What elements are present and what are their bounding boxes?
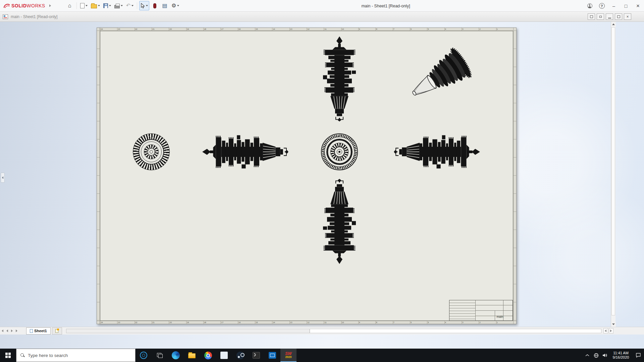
app-titlebar: SOLIDWORKS ⌂	[0, 0, 644, 12]
chevron-up-icon	[585, 354, 589, 357]
feature-manager-flyout-tab[interactable]	[1, 173, 5, 183]
mail-icon	[269, 352, 276, 359]
print-button[interactable]	[113, 1, 124, 10]
next-sheet-button[interactable]	[9, 328, 14, 334]
display-settings-button[interactable]	[150, 1, 159, 10]
vertical-scrollbar[interactable]	[611, 22, 615, 327]
drawing-view-front[interactable]	[133, 133, 170, 170]
tray-overflow-button[interactable]	[583, 349, 592, 362]
window-icon	[599, 16, 602, 18]
open-button[interactable]	[90, 1, 101, 10]
main-toolbar: ⌂ ↶	[65, 1, 181, 10]
task-view-button[interactable]	[152, 349, 168, 362]
new-document-button[interactable]	[79, 1, 89, 10]
cortana-button[interactable]	[136, 349, 152, 362]
arrow-right-icon	[16, 329, 17, 332]
sheet-ruler-bottom: 242322212019181716151413121110987654321	[100, 321, 513, 324]
first-sheet-button[interactable]	[0, 328, 5, 334]
maximize-icon: □	[625, 3, 627, 9]
horizontal-scrollbar-thumb[interactable]	[66, 329, 310, 333]
steam-button[interactable]	[232, 349, 248, 362]
doc-minimize-button[interactable]	[606, 13, 613, 20]
toolbar-separator	[76, 2, 77, 9]
photos-button[interactable]	[216, 349, 232, 362]
ruler-label: 4	[444, 321, 462, 324]
solidworks-taskbar-button[interactable]: SW 2020	[280, 349, 297, 362]
previous-sheet-button[interactable]	[5, 328, 9, 334]
ruler-label: 10	[341, 321, 358, 324]
doc-cascade-button[interactable]	[588, 13, 595, 20]
ruler-label: 21	[152, 321, 169, 324]
maximize-button[interactable]: □	[620, 0, 632, 12]
sheet-format-button[interactable]: ▤	[160, 1, 169, 10]
help-button[interactable]: ?	[596, 0, 608, 12]
home-button[interactable]: ⌂	[65, 1, 74, 10]
drawing-view-bottom[interactable]	[321, 177, 358, 265]
ruler-label: 5	[427, 321, 444, 324]
taskbar-clock[interactable]: 11:41 AM 9/16/2020	[609, 351, 633, 360]
file-explorer-button[interactable]	[184, 349, 200, 362]
drawing-view-rear[interactable]	[321, 133, 358, 170]
terminal-button[interactable]	[248, 349, 264, 362]
titleblock-drawing-name: main	[496, 315, 503, 318]
ruler-label: 15	[255, 28, 272, 31]
doc-restore-button[interactable]	[615, 13, 622, 20]
close-button[interactable]: ×	[632, 0, 644, 12]
ruler-label: 3	[462, 28, 479, 31]
scroll-tabs-right-button[interactable]	[609, 328, 613, 334]
minimize-icon	[608, 18, 611, 18]
search-input[interactable]	[28, 353, 122, 358]
tab-scroll-arrows	[603, 328, 613, 334]
title-block-revision-rows	[449, 300, 476, 320]
scroll-tabs-left-button[interactable]	[603, 328, 608, 334]
doc-tile-button[interactable]	[597, 13, 604, 20]
toolbar-separator	[137, 2, 137, 9]
horizontal-scrollbar[interactable]	[66, 329, 601, 333]
drawing-view-right[interactable]	[392, 133, 481, 171]
network-button[interactable]	[592, 349, 600, 362]
ruler-label: 14	[272, 321, 289, 324]
ruler-label: 8	[375, 28, 392, 31]
minimize-button[interactable]: –	[608, 0, 620, 12]
chevron-down-icon	[146, 5, 148, 6]
drawing-view-left[interactable]	[202, 133, 290, 171]
last-sheet-button[interactable]	[14, 328, 19, 334]
volume-button[interactable]	[600, 349, 609, 362]
graphics-area[interactable]: 242322212019181716151413121110987654321 …	[0, 22, 644, 349]
ruler-label: 23	[117, 321, 134, 324]
ruler-label: 19	[186, 28, 203, 31]
sheet-format-icon: ▤	[162, 3, 167, 8]
title-block-line	[503, 300, 503, 320]
drawing-sheet[interactable]: 242322212019181716151413121110987654321 …	[97, 27, 517, 324]
title-block-line	[476, 305, 513, 305]
new-document-icon	[80, 3, 85, 8]
ruler-label: 22	[135, 28, 152, 31]
scroll-down-button[interactable]	[611, 322, 616, 327]
chrome-button[interactable]	[200, 349, 216, 362]
brand-expand-arrow-icon[interactable]	[49, 4, 51, 7]
tab-sheet1[interactable]: Sheet1	[26, 327, 51, 335]
undo-button[interactable]: ↶	[125, 1, 135, 10]
edge-button[interactable]	[168, 349, 184, 362]
add-sheet-button[interactable]	[52, 327, 62, 335]
options-button[interactable]: ⚙	[170, 1, 180, 10]
ruler-label: 12	[307, 321, 324, 324]
start-button[interactable]	[0, 349, 16, 362]
select-tool-button[interactable]	[139, 1, 149, 10]
ruler-label: 20	[169, 28, 186, 31]
action-center-icon	[636, 353, 641, 358]
ruler-label: 19	[186, 321, 203, 324]
account-button[interactable]	[584, 0, 596, 12]
save-button[interactable]	[102, 1, 112, 10]
file-explorer-icon	[188, 353, 196, 358]
drawing-view-top[interactable]	[321, 35, 358, 123]
mail-button[interactable]	[264, 349, 280, 362]
doc-close-button[interactable]: ×	[624, 13, 631, 20]
vertical-scrollbar-thumb[interactable]	[611, 27, 615, 315]
ruler-label: 8	[375, 321, 392, 324]
taskbar-search[interactable]	[16, 349, 136, 362]
ruler-label: 16	[238, 321, 255, 324]
scroll-up-button[interactable]	[611, 22, 616, 27]
drawing-view-isometric[interactable]	[403, 48, 477, 105]
action-center-button[interactable]	[633, 349, 644, 362]
